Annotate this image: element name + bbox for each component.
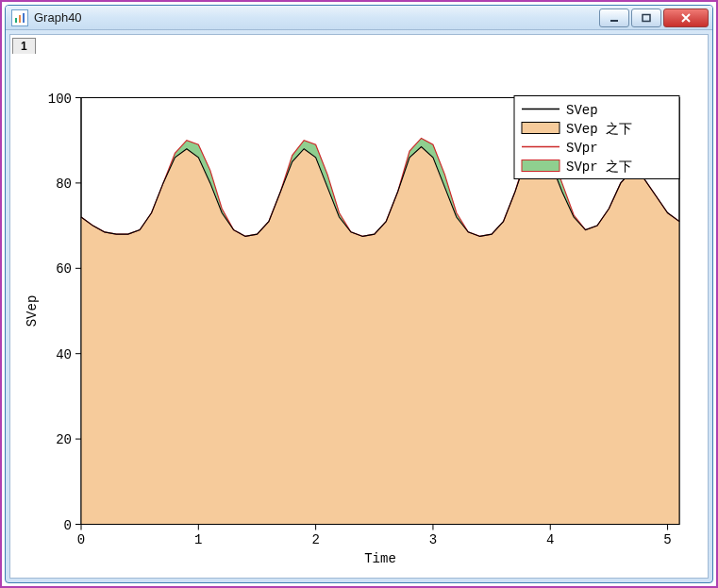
legend-label: SVpr 之下 [566,160,632,175]
y-axis-label: SVep [25,295,40,328]
svg-rect-0 [15,18,17,23]
x-tick-label: 1 [194,532,202,547]
y-tick-label: 0 [64,518,72,533]
x-tick-label: 5 [663,532,671,547]
chart-app-icon [11,9,28,26]
minimize-icon [609,13,620,23]
close-icon [679,13,693,23]
y-tick-label: 100 [48,92,72,107]
y-tick-label: 40 [56,347,72,362]
svg-rect-1 [19,15,21,23]
legend-swatch-fill [522,160,559,172]
close-button[interactable] [663,8,709,27]
outer-frame: Graph40 1 012345020406080100TimeSVepSVep… [0,0,718,588]
svg-rect-2 [23,13,25,23]
legend-label: SVep 之下 [566,122,632,137]
legend-label: SVpr [566,141,598,156]
plot-area[interactable]: 012345020406080100TimeSVepSVepSVep 之下SVp… [10,54,708,578]
x-tick-label: 3 [429,532,437,547]
titlebar: Graph40 [6,6,712,30]
maximize-button[interactable] [631,8,661,27]
svg-rect-4 [643,14,650,21]
window-title: Graph40 [34,10,82,25]
legend-label: SVep [566,103,598,118]
client-area: 1 012345020406080100TimeSVepSVepSVep 之下S… [9,34,709,579]
x-tick-label: 2 [311,532,319,547]
y-tick-label: 60 [56,261,72,277]
tab-strip: 1 [10,35,708,54]
legend-swatch-fill [522,123,559,134]
tab-1[interactable]: 1 [12,38,36,54]
x-tick-label: 4 [546,532,554,547]
x-tick-label: 0 [77,532,85,547]
x-axis-label: Time [364,551,396,566]
window-controls [599,8,709,27]
y-tick-label: 80 [56,176,72,192]
app-window: Graph40 1 012345020406080100TimeSVepSVep… [5,5,713,583]
tab-label: 1 [21,40,27,53]
svg-rect-3 [610,20,618,22]
minimize-button[interactable] [599,8,629,27]
chart-svg: 012345020406080100TimeSVepSVepSVep 之下SVp… [10,54,708,578]
maximize-icon [641,13,652,23]
y-tick-label: 20 [56,432,72,447]
